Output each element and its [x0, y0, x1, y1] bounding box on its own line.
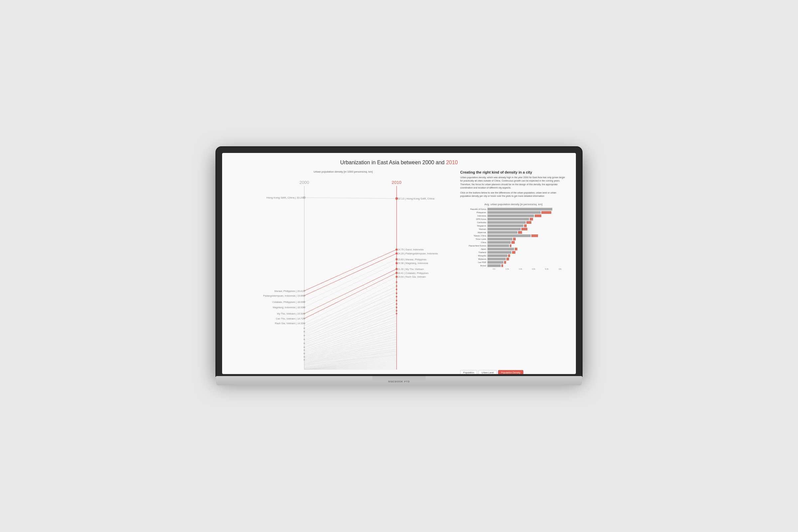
- svg-point-28: [303, 301, 305, 303]
- svg-point-26: [303, 294, 305, 297]
- bar-wrapper: [488, 258, 509, 260]
- bar-red-segment: [515, 248, 517, 250]
- bar-label: Papua New Guinea: [460, 245, 488, 247]
- svg-line-53: [304, 308, 397, 346]
- bar-gray-segment: [488, 214, 534, 217]
- svg-line-43: [304, 277, 397, 323]
- bar-row: Mongolia: [460, 254, 567, 257]
- right-panel-paragraph2: Click on the buttons below to see the di…: [460, 191, 567, 198]
- x-axis-label: 10k: [553, 268, 567, 270]
- svg-text:23.83 | Marawi, Philippines: 23.83 | Marawi, Philippines: [398, 258, 426, 261]
- bar-wrapper: [488, 218, 533, 221]
- svg-text:2010: 2010: [392, 180, 401, 185]
- bar-gray-segment: [488, 218, 529, 221]
- svg-line-110: [304, 335, 397, 357]
- bar-wrapper: [488, 254, 510, 257]
- bar-wrapper: [488, 251, 515, 254]
- svg-line-69: [304, 340, 397, 364]
- svg-line-55: [304, 314, 397, 350]
- population-button[interactable]: Population: [460, 370, 477, 374]
- svg-point-135: [304, 335, 305, 336]
- bar-gray-segment: [488, 211, 540, 214]
- svg-text:My Tho, Vietnam | 15.50: My Tho, Vietnam | 15.50: [277, 312, 303, 315]
- bar-row: Thailand: [460, 251, 567, 254]
- x-axis-label: 2.0k: [501, 268, 514, 270]
- svg-point-126: [396, 292, 397, 293]
- bar-red-segment: [501, 264, 503, 267]
- svg-point-137: [304, 342, 305, 344]
- svg-line-80: [304, 354, 397, 369]
- svg-text:Can Tho, Vietnam | 14.72: Can Tho, Vietnam | 14.72: [276, 317, 303, 320]
- svg-line-121: [304, 269, 397, 313]
- bar-red-segment: [513, 238, 516, 241]
- bar-red-segment: [518, 231, 522, 234]
- population-density-button[interactable]: Population Density: [498, 370, 524, 374]
- bar-chart-section: Avg. urban population density [in person…: [460, 203, 567, 367]
- bar-gray-segment: [488, 231, 517, 234]
- left-panel: Urban population density [in 1000 person…: [231, 170, 455, 374]
- svg-point-134: [304, 331, 305, 332]
- svg-line-107: [304, 325, 397, 352]
- bar-wrapper: [488, 214, 541, 217]
- bar-row: Malaysia: [460, 258, 567, 260]
- bar-row: DPR Korea: [460, 218, 567, 221]
- svg-line-99: [304, 298, 397, 334]
- screen-content: Urbanization in East Asia between 2000 a…: [222, 153, 576, 374]
- bar-gray-segment: [488, 208, 552, 210]
- text-section: Creating the right kind of density in a …: [460, 170, 567, 200]
- bar-red-segment: [524, 225, 527, 227]
- svg-point-129: [396, 303, 397, 304]
- svg-text:21.30 | My Tho, Vietnam: 21.30 | My Tho, Vietnam: [398, 267, 424, 270]
- bar-gray-segment: [488, 225, 524, 227]
- svg-line-119: [304, 249, 397, 291]
- bar-wrapper: [488, 244, 511, 247]
- bar-red-segment: [512, 251, 515, 254]
- svg-text:Cotabato, Philippines | 18.00: Cotabato, Philippines | 18.00: [272, 301, 303, 304]
- x-axis-label: 8.0k: [540, 268, 554, 270]
- svg-point-18: [396, 258, 398, 260]
- bar-row: Lao PDR: [460, 261, 567, 264]
- svg-point-142: [304, 359, 305, 360]
- bar-wrapper: [488, 231, 522, 234]
- laptop-screen: Urbanization in East Asia between 2000 a…: [222, 153, 576, 374]
- svg-text:Hong Kong SAR, China | 33.23: Hong Kong SAR, China | 33.23: [266, 196, 303, 199]
- bar-row: Taiwan, China: [460, 234, 567, 237]
- x-axis-label: 6.0k: [527, 268, 540, 270]
- svg-text:24.29 | Padangsidempuan, Indon: 24.29 | Padangsidempuan, Indonesia: [398, 252, 438, 255]
- urban-land-button[interactable]: Urban Land: [478, 370, 497, 374]
- svg-point-19: [396, 262, 398, 264]
- bar-wrapper: [488, 234, 538, 237]
- svg-text:Rach Gia, Vietnam | 14.32: Rach Gia, Vietnam | 14.32: [275, 322, 303, 325]
- bar-gray-segment: [488, 234, 531, 237]
- bar-gray-segment: [488, 248, 514, 250]
- right-panel: Creating the right kind of density in a …: [460, 170, 567, 374]
- bar-row: China: [460, 241, 567, 244]
- svg-line-65: [304, 335, 397, 362]
- svg-point-17: [396, 252, 398, 254]
- svg-line-113: [304, 342, 397, 359]
- svg-text:20.41 | Cotabato, Philippines: 20.41 | Cotabato, Philippines: [398, 271, 429, 274]
- bar-wrapper: [488, 238, 516, 241]
- bar-label: Philippines: [460, 211, 488, 213]
- slope-chart-subtitle: Urban population density [in 1000 person…: [231, 170, 455, 173]
- bar-wrapper: [488, 225, 527, 227]
- bar-wrapper: [488, 241, 515, 244]
- bar-gray-segment: [488, 238, 512, 241]
- right-panel-heading: Creating the right kind of density in a …: [460, 170, 567, 174]
- svg-text:32.13 | Hong Kong SAR, China: 32.13 | Hong Kong SAR, China: [398, 197, 435, 200]
- bar-wrapper: [488, 264, 503, 267]
- bar-gray-segment: [488, 261, 504, 264]
- bar-gray-segment: [488, 228, 521, 230]
- bar-row: Singapore: [460, 225, 567, 227]
- svg-line-40: [304, 263, 397, 307]
- bar-wrapper: [488, 248, 517, 250]
- bar-label: Mongolia: [460, 255, 488, 257]
- svg-point-127: [396, 296, 397, 297]
- svg-text:23.38 | Magelang, Indonesia: 23.38 | Magelang, Indonesia: [398, 262, 429, 265]
- bar-red-segment: [535, 214, 541, 217]
- bar-red-segment: [531, 234, 538, 237]
- bar-label: Vietnam: [460, 228, 488, 230]
- bar-label: Myanmar: [460, 231, 488, 233]
- bar-red-segment: [541, 211, 551, 214]
- bar-row: Philippines: [460, 211, 567, 214]
